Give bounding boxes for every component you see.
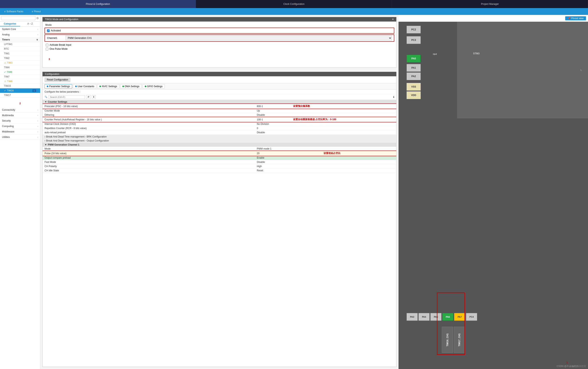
tim-labels: TIM16_CH1 TIM17_CH1 [442, 327, 465, 353]
table-row: Counter Mode Up [42, 109, 396, 113]
sidebar-category-label: System Core [2, 28, 16, 30]
sidebar-item-middleware[interactable]: Middleware › [0, 129, 40, 134]
watermark: CSDN @不会编程的小江江 [556, 365, 586, 368]
config-search-input[interactable] [49, 95, 85, 99]
channel1-select[interactable]: PWM Generation CH1 Disable Output Compar… [65, 36, 392, 40]
pinout-area: 📌 Pinout view PC2 PC3 PA0 nput PA1 PA2 V… [399, 15, 588, 369]
activated-row: Activated [44, 28, 394, 34]
tab-az[interactable]: A→Z [20, 21, 40, 26]
collapse-icon: ▼ [44, 100, 47, 103]
sidebar-item-tim16[interactable]: ✓ TIM16 □ [0, 88, 40, 93]
refresh-icon-btn[interactable]: ↺ [86, 95, 91, 99]
tim16-channel-label: TIM16_CH1 [446, 333, 449, 347]
pa0-label: nput [433, 53, 437, 55]
sidebar-item-tim15[interactable]: TIM15 [0, 84, 40, 88]
tab-categories[interactable]: Categories [0, 21, 20, 26]
tab-parameter-settings[interactable]: Parameter Settings [44, 84, 72, 89]
search-input[interactable] [1, 16, 35, 20]
sidebar-item-system-core[interactable]: System Core › [0, 27, 40, 32]
info-icon-btn[interactable]: ℹ [92, 95, 95, 99]
sidebar-item-analog[interactable]: Analog › [0, 32, 40, 38]
sidebar-item-utilities[interactable]: Utilities › [0, 134, 40, 140]
pin-vss[interactable]: VSS [407, 83, 421, 90]
break-brk-section-header[interactable]: › Break And Dead Time management - BRK C… [42, 135, 396, 139]
gear-icon[interactable]: ⚙ [36, 17, 39, 20]
counter-section-header[interactable]: ▼ Counter Settings [42, 100, 396, 104]
pin-pa2[interactable]: PA2 [407, 72, 421, 80]
pwm-section-header[interactable]: ▼ PWM Generation Channel 1 [42, 143, 396, 147]
tab-user-constants[interactable]: User Constants [73, 84, 96, 89]
mode-label: Mode [44, 24, 394, 26]
table-row: Repetition Counter (RCR - 8 bits value) … [42, 126, 396, 130]
config-search-bar: 🔍 ↺ ℹ ℹ [42, 94, 396, 100]
tim16-label-box: TIM16_CH1 [442, 327, 453, 353]
reset-config-button[interactable]: Reset Configuration [44, 78, 70, 82]
sidebar-item-rtc[interactable]: RTC [0, 47, 40, 51]
pin-vdd[interactable]: VDD [407, 91, 421, 99]
tab-nvic-settings[interactable]: NVIC Settings [97, 84, 119, 89]
activated-checkbox[interactable] [47, 30, 50, 32]
tab-dma-settings[interactable]: DMA Settings [120, 84, 142, 89]
chevron-right-icon: › [38, 114, 38, 117]
subnav-pinout-label: ∨ Pinout [32, 10, 41, 13]
one-pulse-checkbox[interactable] [46, 48, 48, 50]
pin-pa0[interactable]: PA0 [407, 55, 421, 62]
pin-pa3[interactable]: PA3 [407, 313, 418, 321]
gpio-tab-dot [145, 86, 146, 87]
sidebar-timers-label: Timers [2, 38, 10, 41]
sidebar-item-tim7[interactable]: TIM7 [0, 74, 40, 79]
nav-clock[interactable]: Clock Configuration [196, 0, 392, 8]
pin-pa7[interactable]: PA7 [454, 313, 465, 321]
pin-pa4[interactable]: PA4 [419, 313, 430, 321]
pin-pc3[interactable]: PC3 [407, 36, 421, 44]
sidebar-item-tim3[interactable]: ⚠ TIM3 [0, 60, 40, 65]
params-table: Prescaler (PSC - 16 bits value) 800-1 设置… [42, 104, 396, 135]
tim17-label-box: TIM17_CH1 [454, 327, 465, 353]
activated-label[interactable]: Activated [47, 29, 61, 32]
stm-chip-sublabel: L [580, 58, 582, 74]
table-row: Prescaler (PSC - 16 bits value) 800-1 设置… [42, 104, 396, 109]
nav-pinout[interactable]: Pinout & Configuration [0, 0, 196, 8]
table-row: Mode PWM mode 1 [42, 147, 396, 151]
pin-pa6[interactable]: PA6 [442, 313, 453, 321]
subnav-pinout[interactable]: ∨ Pinout [27, 8, 45, 15]
sidebar-item-tim6[interactable]: ✓ TIM6 [0, 70, 40, 74]
dma-tab-dot [122, 86, 124, 87]
chevron-right-icon: › [38, 125, 38, 127]
pin-pa5[interactable]: PA5 [430, 313, 441, 321]
break-output-section-header[interactable]: › Break And Dead Time management - Outpu… [42, 139, 396, 143]
pin-pa1[interactable]: PA1 [407, 64, 421, 72]
expand-icon: › [44, 135, 45, 138]
chevron-right-icon: › [38, 34, 38, 36]
sidebar-item-computing[interactable]: Computing › [0, 124, 40, 129]
break-input-checkbox[interactable] [46, 44, 48, 46]
sidebar-item-connectivity[interactable]: Connectivity › [0, 107, 40, 113]
sidebar-item-tim17[interactable]: TIM17 [0, 93, 40, 98]
sidebar-item-tim1[interactable]: TIM1 [0, 51, 40, 56]
collapse-icon: ▼ [44, 143, 47, 146]
bottom-pins: PA3 PA4 PA5 PA6 PA7 PC4 [407, 313, 477, 321]
sidebar-item-security[interactable]: Security › [0, 118, 40, 124]
annotation-3: 3 [44, 51, 394, 65]
sidebar-item-tim2[interactable]: TIM2 [0, 56, 40, 60]
pinout-view-button[interactable]: 📌 Pinout view [565, 16, 586, 20]
sidebar-item-tim4[interactable]: TIM4 [0, 65, 40, 70]
tab-gpio-settings[interactable]: GPIO Settings [143, 84, 165, 89]
sidebar-item-multimedia[interactable]: Multimedia › [0, 113, 40, 118]
nav-project[interactable]: Project Manager [392, 0, 588, 8]
subnav-software[interactable]: ∨ Software Packs [0, 8, 27, 15]
stm-chip-label: STM3 [473, 38, 480, 59]
pin-pc4[interactable]: PC4 [466, 313, 477, 321]
left-pins: PC2 PC3 PA0 nput PA1 PA2 VSS VDD [407, 26, 421, 99]
sidebar-item-tim8[interactable]: ⚠ TIM8 [0, 79, 40, 84]
table-row: auto-reload preload Disable [42, 130, 396, 135]
sidebar-item-lptim1[interactable]: LPTIM1 [0, 42, 40, 47]
sidebar-item-timers[interactable]: Timers ∨ [0, 38, 40, 42]
pin-pc2[interactable]: PC2 [407, 26, 421, 33]
search-icon: 🔍 [44, 96, 47, 98]
table-row: Output compare preload Enable [42, 156, 396, 160]
pwm-params-table: Mode PWM mode 1 Pulse (16 bits val [42, 147, 396, 173]
close-icon[interactable]: ✕ [392, 18, 394, 21]
table-row: CH Idle State Reset [42, 169, 396, 173]
chevron-right-icon: › [38, 109, 38, 111]
